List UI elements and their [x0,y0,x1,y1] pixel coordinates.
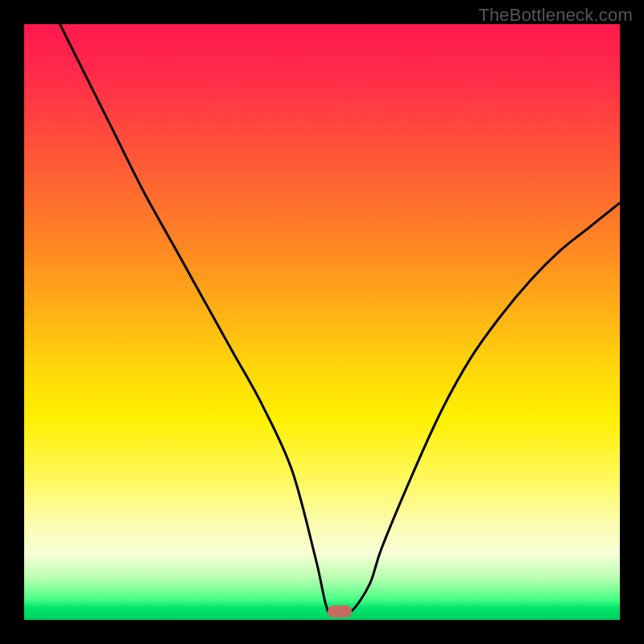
plot-area [24,24,620,620]
watermark-text: TheBottleneck.com [478,5,633,26]
optimal-point-marker [328,605,352,617]
bottleneck-curve [24,24,620,620]
chart-frame: TheBottleneck.com [0,0,644,644]
